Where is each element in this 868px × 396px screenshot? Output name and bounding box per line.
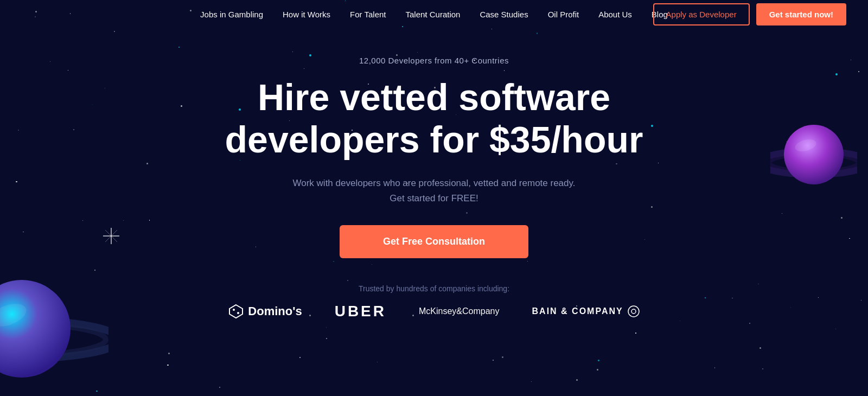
navbar: Jobs in Gambling How it Works For Talent… <box>0 0 868 29</box>
svg-point-17 <box>631 309 636 314</box>
hero-title-line2: developers for $35/hour <box>225 119 643 160</box>
dominos-icon <box>228 304 244 319</box>
hero-description: Work with developers who are professiona… <box>0 176 868 205</box>
trusted-text: Trusted by hundreds of companies includi… <box>0 284 868 293</box>
nav-about-us[interactable]: About Us <box>598 10 632 19</box>
svg-point-1 <box>0 324 106 355</box>
nav-oil-profit[interactable]: Oil Profit <box>548 10 579 19</box>
logo-dominos: Domino's <box>228 304 302 319</box>
logo-mckinsey: McKinsey&Company <box>419 306 500 316</box>
nav-how-it-works[interactable]: How it Works <box>283 10 330 19</box>
trusted-logos: Domino's UBER McKinsey&Company BAIN & CO… <box>0 303 868 320</box>
apply-developer-button[interactable]: Apply as Developer <box>653 3 750 25</box>
dominos-label: Domino's <box>248 304 302 318</box>
hero-title: Hire vetted software developers for $35/… <box>0 76 868 161</box>
get-consultation-button[interactable]: Get Free Consultation <box>340 225 528 258</box>
svg-point-0 <box>0 321 108 359</box>
hero-section: 12,000 Developers from 40+ Countries Hir… <box>0 29 868 258</box>
nav-talent-curation[interactable]: Talent Curation <box>406 10 461 19</box>
mckinsey-label: McKinsey&Company <box>419 306 500 316</box>
nav-actions: Apply as Developer Get started now! <box>653 3 846 25</box>
uber-label: UBER <box>335 303 386 320</box>
hero-title-line1: Hire vetted software <box>258 76 610 118</box>
trusted-section: Trusted by hundreds of companies includi… <box>0 284 868 320</box>
logo-uber: UBER <box>335 303 386 320</box>
hero-subtitle: 12,000 Developers from 40+ Countries <box>0 56 868 65</box>
hero-desc-line2: Get started for FREE! <box>390 193 478 203</box>
nav-for-talent[interactable]: For Talent <box>350 10 386 19</box>
bain-label: BAIN & COMPANY <box>532 306 623 316</box>
svg-point-16 <box>628 306 639 317</box>
get-started-button[interactable]: Get started now! <box>756 3 846 25</box>
svg-point-14 <box>233 309 235 311</box>
nav-jobs-gambling[interactable]: Jobs in Gambling <box>200 10 263 19</box>
bain-icon <box>628 305 640 317</box>
svg-point-15 <box>237 312 239 314</box>
nav-case-studies[interactable]: Case Studies <box>480 10 528 19</box>
hero-desc-line1: Work with developers who are professiona… <box>293 178 576 188</box>
logo-bain: BAIN & COMPANY <box>532 305 640 317</box>
